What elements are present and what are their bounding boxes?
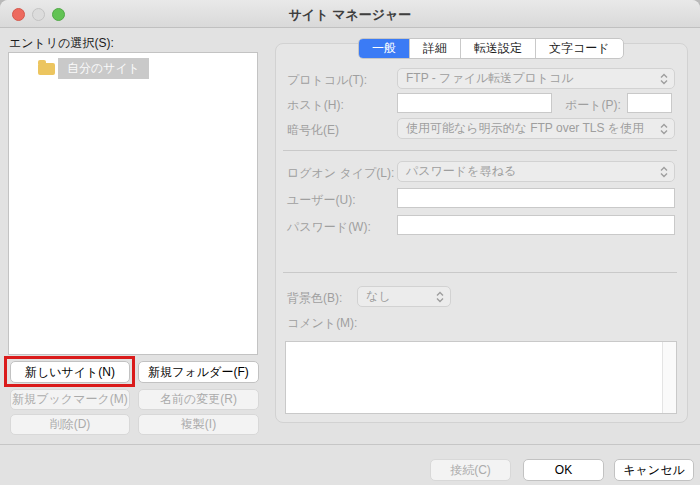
tab-charset[interactable]: 文字コード (536, 39, 623, 58)
encryption-value: 使用可能なら明示的な FTP over TLS を使用 (406, 120, 644, 137)
new-bookmark-button: 新規ブックマーク(M) (10, 389, 130, 410)
logon-type-dropdown: パスワードを尋ねる (397, 161, 675, 182)
duplicate-button: 複製(I) (138, 414, 259, 435)
entry-select-label: エントリの選択(S): (9, 35, 114, 52)
tree-item-my-sites[interactable]: 自分のサイト (9, 53, 257, 79)
divider (283, 272, 677, 273)
host-input (397, 93, 552, 113)
tab-bar: 一般 詳細 転送設定 文字コード (358, 38, 624, 59)
encryption-label: 暗号化(E) (287, 122, 339, 139)
tab-advanced[interactable]: 詳細 (410, 39, 461, 58)
folder-icon (38, 63, 55, 75)
rename-button: 名前の変更(R) (138, 389, 259, 410)
tab-general[interactable]: 一般 (359, 39, 410, 58)
protocol-dropdown: FTP - ファイル転送プロトコル (397, 68, 675, 89)
site-manager-dialog: サイト マネージャー エントリの選択(S): 自分のサイト 新しいサイト(N) … (0, 0, 700, 485)
logon-type-value: パスワードを尋ねる (406, 163, 516, 180)
comment-textarea-frame (285, 341, 677, 414)
tree-item-label: 自分のサイト (58, 58, 149, 79)
delete-button: 削除(D) (10, 414, 130, 435)
connect-button: 接続(C) (430, 459, 511, 481)
bgcolor-label: 背景色(B): (287, 290, 342, 307)
tab-transfer[interactable]: 転送設定 (461, 39, 536, 58)
ok-button[interactable]: OK (523, 459, 604, 481)
password-label: パスワード(W): (287, 219, 371, 236)
comment-label: コメント(M): (287, 315, 357, 332)
user-label: ユーザー(U): (287, 192, 356, 209)
logon-type-label: ログオン タイプ(L): (287, 165, 394, 182)
new-folder-button[interactable]: 新規フォルダー(F) (138, 361, 259, 383)
chevron-updown-icon (659, 72, 669, 86)
chevron-updown-icon (435, 290, 445, 304)
scrollbar-track (662, 342, 676, 413)
window-title: サイト マネージャー (0, 6, 700, 24)
protocol-value: FTP - ファイル転送プロトコル (406, 70, 574, 87)
chevron-updown-icon (659, 165, 669, 179)
divider (283, 150, 677, 151)
host-label: ホスト(H): (287, 97, 344, 114)
chevron-updown-icon (659, 122, 669, 136)
divider (0, 444, 700, 445)
password-input (397, 215, 675, 235)
port-input (627, 93, 672, 113)
bgcolor-dropdown: なし (357, 286, 451, 307)
port-label: ポート(P): (565, 97, 621, 114)
user-input (397, 188, 675, 208)
protocol-label: プロトコル(T): (287, 72, 367, 89)
title-bar: サイト マネージャー (0, 0, 700, 28)
new-site-button[interactable]: 新しいサイト(N) (10, 361, 130, 383)
comment-textarea (286, 342, 662, 413)
site-tree[interactable]: 自分のサイト (8, 52, 258, 355)
encryption-dropdown: 使用可能なら明示的な FTP over TLS を使用 (397, 118, 675, 139)
bgcolor-value: なし (366, 288, 391, 305)
cancel-button[interactable]: キャンセル (614, 459, 694, 481)
